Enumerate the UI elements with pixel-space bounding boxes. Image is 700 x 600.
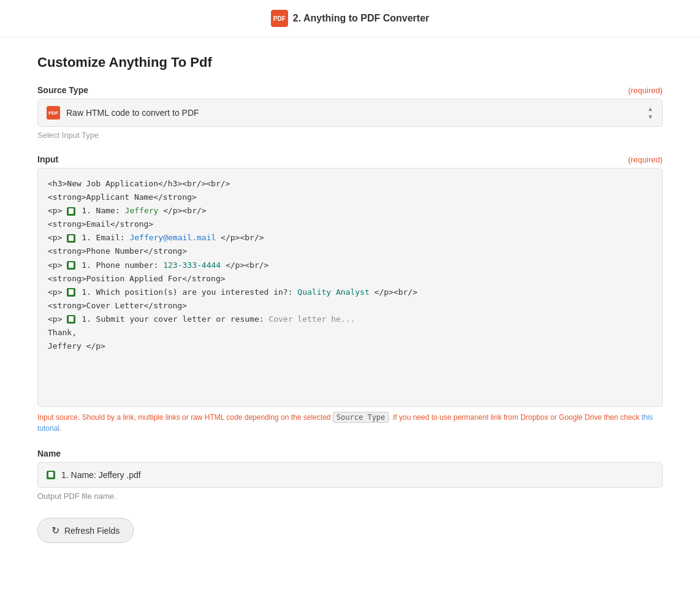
var-icon-1 (67, 207, 75, 216)
input-hint-text2: . If you need to use permanent link from… (389, 413, 639, 422)
var-position: Quality Analyst (297, 287, 369, 297)
source-type-pdf-icon: PDF (47, 106, 60, 120)
code-line-9: <p> 1. Which position(s) are you interes… (48, 286, 652, 299)
source-type-display[interactable]: PDF Raw HTML code to convert to PDF ▲ ▼ (38, 99, 662, 126)
select-input-type-text: Select Input Type (37, 131, 99, 140)
code-line-13: Jeffery </p> (48, 340, 652, 353)
name-label: Name (37, 449, 61, 458)
refresh-button[interactable]: ↻ Refresh Fields (37, 518, 134, 543)
input-label: Input (37, 154, 58, 164)
refresh-button-label: Refresh Fields (64, 526, 120, 536)
name-input[interactable]: 1. Name: Jeffery .pdf (37, 462, 663, 488)
code-line-4: <strong>Email</strong> (48, 218, 652, 231)
code-line-3: <p> 1. Name: Jeffery </p><br/> (48, 204, 652, 218)
input-hint-text1: Input source. Should by a link, multiple… (37, 413, 331, 422)
output-hint: Output PDF file name. (37, 492, 663, 501)
name-var-icon (47, 471, 55, 479)
source-type-select[interactable]: PDF Raw HTML code to convert to PDF ▲ ▼ (37, 99, 663, 127)
page-title: Customize Anything To Pdf (37, 55, 663, 70)
main-content: Customize Anything To Pdf Source Type (r… (13, 37, 687, 560)
code-line-2: <strong>Applicant Name</strong> (48, 191, 652, 204)
code-line-7: <p> 1. Phone number: 123-333-4444 </p><b… (48, 259, 652, 272)
var-phone: 123-333-4444 (163, 260, 221, 270)
name-value: 1. Name: Jeffery .pdf (61, 470, 141, 480)
source-type-code: Source Type (333, 412, 389, 423)
code-line-1: <h3>New Job Application</h3><br/><br/> (48, 177, 652, 191)
code-line-5: <p> 1. Email: Jeffery@email.mail </p><br… (48, 231, 652, 245)
input-required: (required) (628, 155, 663, 164)
input-textarea[interactable]: <h3>New Job Application</h3><br/><br/> <… (37, 168, 663, 407)
source-type-label: Source Type (37, 85, 88, 95)
var-icon-5 (67, 315, 75, 324)
source-type-required: (required) (628, 86, 663, 95)
source-type-value: Raw HTML code to convert to PDF (66, 108, 641, 118)
source-type-label-row: Source Type (required) (37, 85, 663, 95)
input-label-row: Input (required) (37, 154, 663, 164)
refresh-icon: ↻ (51, 525, 59, 536)
code-line-6: <strong>Phone Number</strong> (48, 245, 652, 258)
code-line-8: <strong>Position Applied For</strong> (48, 272, 652, 286)
var-cover: Cover letter he... (268, 314, 355, 324)
input-field-group: Input (required) <h3>New Job Application… (37, 154, 663, 434)
var-icon-2 (67, 234, 75, 243)
title-bar-text: 2. Anything to PDF Converter (293, 13, 430, 24)
source-type-hint: Select Input Type (37, 131, 663, 140)
select-arrows-icon: ▲ ▼ (647, 105, 653, 120)
source-type-group: Source Type (required) PDF Raw HTML code… (37, 85, 663, 140)
var-email: Jeffery@email.mail (129, 233, 216, 242)
input-hint: Input source. Should by a link, multiple… (37, 412, 663, 434)
code-line-12: Thank, (48, 326, 652, 340)
pdf-icon: PDF (271, 10, 288, 27)
name-field-group: Name 1. Name: Jeffery .pdf Output PDF fi… (37, 449, 663, 501)
code-line-11: <p> 1. Submit your cover letter or resum… (48, 313, 652, 326)
var-icon-4 (67, 288, 75, 297)
code-line-10: <strong>Cover Letter</strong> (48, 299, 652, 313)
var-name: Jeffery (125, 206, 159, 215)
name-label-row: Name (37, 449, 663, 458)
title-bar: PDF 2. Anything to PDF Converter (0, 0, 700, 37)
var-icon-3 (67, 261, 75, 270)
input-hint-end: . (59, 424, 61, 433)
